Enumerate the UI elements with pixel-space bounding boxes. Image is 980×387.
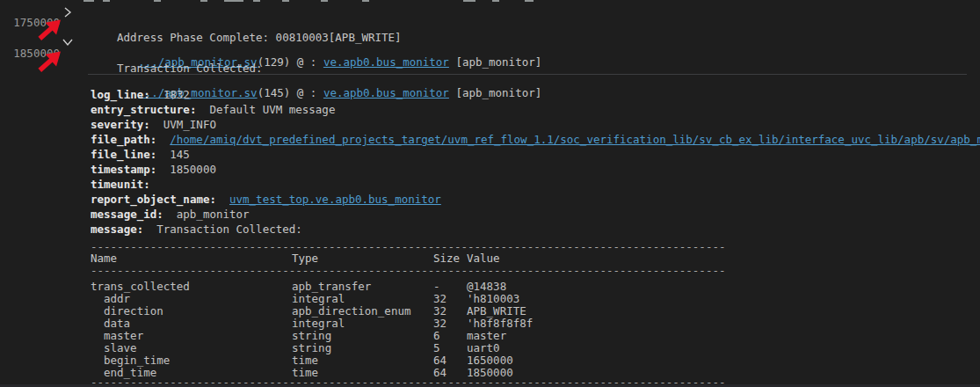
cell-value: uart0 [467,342,533,354]
table-body: trans_collectedapb_transfer-@14838 addri… [91,281,533,379]
cell-value: master [467,330,533,342]
table-row: directionapb_direction_enum32APB_WRITE [91,305,533,318]
field-label: severity: [91,118,150,131]
cell-size: 32 [433,305,467,318]
table-separator: ----------------------------------------… [91,265,732,277]
detail-row: timeunit: [91,177,980,192]
col-header-size: Size [433,252,467,265]
cell-type: string [292,342,433,354]
table-row: dataintegral32'h8f8f8f8f [91,318,533,330]
cell-name: addr [91,293,292,305]
field-value: Default UVM message [209,103,335,116]
field-value: Transaction Collected: [156,223,302,236]
field-label: entry_structure: [91,103,196,116]
field-label: file_path: [91,133,156,146]
cell-value: APB_WRITE [467,305,533,318]
field-label: message: [91,223,143,236]
field-label: message_id: [91,208,163,221]
col-header-name: Name [91,252,292,265]
table-row: begin_timetime641650000 [91,354,533,367]
field-label: log_line: [91,88,150,101]
field-label: file_line: [91,148,156,161]
col-header-value: Value [467,252,500,265]
annotation-arrow-icon [35,14,65,44]
cell-size: 6 [433,330,467,342]
cell-type: time [292,354,433,367]
cell-name: slave [91,342,292,354]
file-path-link[interactable]: /home/amiq/dvt_predefined_projects_targe… [170,133,980,146]
report-object-link[interactable]: uvm_test_top.ve.apb0.bus_monitor [229,193,441,206]
cell-type: apb_direction_enum [292,305,433,318]
cell-type: integral [292,293,433,305]
cell-size: - [433,281,467,293]
field-value: 1832 [163,88,190,101]
cell-value: 1650000 [467,354,533,367]
cell-size: 5 [433,342,467,354]
cell-size: 32 [433,318,467,330]
detail-row: log_line:1832 [91,87,980,102]
log-entry-header: 1850000 .../apb_monitor.sv(145) @ : ve.a… [0,33,980,47]
field-value: apb_monitor [177,208,250,221]
cell-name: master [91,330,292,342]
cell-name: data [91,318,292,330]
cell-size: 64 [433,354,467,367]
log-entry-message: Address Phase Complete: 00810003[APB_WRI… [0,18,980,31]
table-separator: ----------------------------------------… [91,241,732,253]
cell-type: apb_transfer [292,281,433,293]
detail-row: report_object_name:uvm_test_top.ve.apb0.… [91,192,980,207]
cell-value: 'h8f8f8f8f [467,318,533,330]
detail-row: message_id:apb_monitor [91,207,980,222]
cell-name: begin_time [91,354,292,367]
cell-name: direction [91,305,292,318]
field-label: timeunit: [91,178,150,191]
cell-size: 32 [433,293,467,305]
detail-row: severity:UVM_INFO [91,117,980,132]
field-value: 145 [170,148,190,161]
cell-type: string [292,330,433,342]
log-entry-header: 1750000 .../apb_monitor.sv(129) @ : ve.a… [0,3,980,16]
cell-name: trans_collected [91,281,292,293]
log-viewer: 1750000 .../apb_monitor.sv(129) @ : ve.a… [0,0,980,387]
table-row: masterstring6master [91,330,533,342]
table-row: slavestring5uart0 [91,342,533,354]
log-message-text: Transaction Collected: [117,62,263,75]
detail-row: message:Transaction Collected: [91,222,980,237]
table-row: trans_collectedapb_transfer-@14838 [91,281,533,293]
table-header: Name Type Size Value [91,252,500,265]
cell-value: 'h810003 [467,293,533,305]
detail-row: entry_structure:Default UVM message [91,102,980,117]
cell-type: integral [292,318,433,330]
entry-details-panel: log_line:1832 entry_structure:Default UV… [91,87,980,237]
field-label: timestamp: [91,163,156,176]
col-header-type: Type [292,252,433,265]
cell-value: @14838 [467,281,533,293]
detail-row: file_path:/home/amiq/dvt_predefined_proj… [91,132,980,147]
field-value: 1850000 [170,163,216,176]
detail-row: timestamp:1850000 [91,162,980,177]
table-row: addrintegral32'h810003 [91,293,533,305]
detail-row: file_line:145 [91,147,980,162]
annotation-arrow-icon [35,46,65,76]
field-value: UVM_INFO [163,118,216,131]
section-divider [88,74,967,75]
log-entry-message: Transaction Collected: [0,48,980,62]
field-label: report_object_name: [91,193,216,206]
